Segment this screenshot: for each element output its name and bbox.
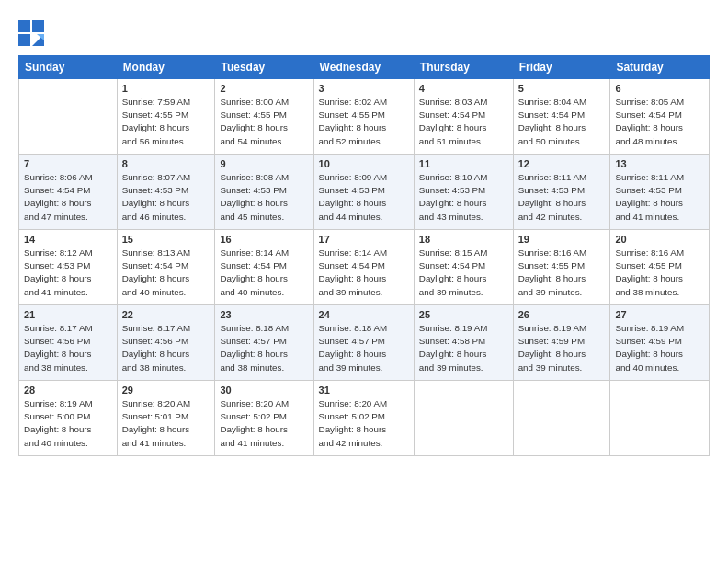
day-number: 11 <box>419 158 508 169</box>
day-number: 26 <box>518 309 606 320</box>
day-number: 13 <box>615 158 704 169</box>
day-cell: 15Sunrise: 8:13 AMSunset: 4:54 PMDayligh… <box>117 230 215 305</box>
day-number: 2 <box>220 83 308 94</box>
day-cell: 21Sunrise: 8:17 AMSunset: 4:56 PMDayligh… <box>19 305 118 381</box>
day-info: Sunrise: 8:11 AMSunset: 4:53 PMDaylight:… <box>615 171 704 224</box>
day-cell: 14Sunrise: 8:12 AMSunset: 4:53 PMDayligh… <box>19 230 118 305</box>
day-number: 4 <box>419 83 508 94</box>
day-cell <box>513 381 610 456</box>
day-info: Sunrise: 8:20 AMSunset: 5:02 PMDaylight:… <box>220 397 308 450</box>
week-row-4: 21Sunrise: 8:17 AMSunset: 4:56 PMDayligh… <box>19 305 710 381</box>
day-cell: 7Sunrise: 8:06 AMSunset: 4:54 PMDaylight… <box>19 155 118 230</box>
day-number: 10 <box>319 158 409 169</box>
day-number: 14 <box>24 234 112 245</box>
day-number: 1 <box>122 83 210 94</box>
day-info: Sunrise: 8:14 AMSunset: 4:54 PMDaylight:… <box>319 247 409 299</box>
day-cell: 30Sunrise: 8:20 AMSunset: 5:02 PMDayligh… <box>215 381 313 456</box>
day-info: Sunrise: 8:19 AMSunset: 5:00 PMDaylight:… <box>24 397 112 450</box>
svg-rect-0 <box>18 20 30 32</box>
day-info: Sunrise: 8:03 AMSunset: 4:54 PMDaylight:… <box>419 96 508 148</box>
day-info: Sunrise: 8:16 AMSunset: 4:55 PMDaylight:… <box>518 247 606 299</box>
day-number: 7 <box>24 158 112 169</box>
header-day-monday: Monday <box>117 56 215 79</box>
day-info: Sunrise: 8:15 AMSunset: 4:54 PMDaylight:… <box>419 247 508 299</box>
week-row-1: 1Sunrise: 7:59 AMSunset: 4:55 PMDaylight… <box>19 79 710 155</box>
day-cell: 18Sunrise: 8:15 AMSunset: 4:54 PMDayligh… <box>414 230 513 305</box>
day-info: Sunrise: 8:19 AMSunset: 4:58 PMDaylight:… <box>419 322 508 374</box>
day-info: Sunrise: 8:20 AMSunset: 5:01 PMDaylight:… <box>122 397 210 450</box>
day-info: Sunrise: 7:59 AMSunset: 4:55 PMDaylight:… <box>122 96 210 148</box>
day-info: Sunrise: 8:19 AMSunset: 4:59 PMDaylight:… <box>518 322 606 374</box>
day-info: Sunrise: 8:06 AMSunset: 4:54 PMDaylight:… <box>24 171 112 224</box>
day-cell: 20Sunrise: 8:16 AMSunset: 4:55 PMDayligh… <box>610 230 710 305</box>
day-cell <box>414 381 513 456</box>
day-number: 30 <box>220 385 308 396</box>
day-info: Sunrise: 8:11 AMSunset: 4:53 PMDaylight:… <box>518 171 606 224</box>
header-day-wednesday: Wednesday <box>313 56 414 79</box>
day-number: 22 <box>122 309 210 320</box>
header-day-thursday: Thursday <box>414 56 513 79</box>
day-number: 3 <box>319 83 409 94</box>
day-number: 31 <box>319 385 409 396</box>
day-info: Sunrise: 8:09 AMSunset: 4:53 PMDaylight:… <box>319 171 409 224</box>
day-cell: 12Sunrise: 8:11 AMSunset: 4:53 PMDayligh… <box>513 155 610 230</box>
day-cell: 2Sunrise: 8:00 AMSunset: 4:55 PMDaylight… <box>215 79 313 155</box>
day-cell: 8Sunrise: 8:07 AMSunset: 4:53 PMDaylight… <box>117 155 215 230</box>
day-info: Sunrise: 8:08 AMSunset: 4:53 PMDaylight:… <box>220 171 308 224</box>
svg-rect-1 <box>32 20 44 32</box>
day-number: 28 <box>24 385 112 396</box>
day-cell: 5Sunrise: 8:04 AMSunset: 4:54 PMDaylight… <box>513 79 610 155</box>
day-cell: 26Sunrise: 8:19 AMSunset: 4:59 PMDayligh… <box>513 305 610 381</box>
day-cell: 6Sunrise: 8:05 AMSunset: 4:54 PMDaylight… <box>610 79 710 155</box>
day-number: 29 <box>122 385 210 396</box>
day-info: Sunrise: 8:14 AMSunset: 4:54 PMDaylight:… <box>220 247 308 299</box>
day-info: Sunrise: 8:12 AMSunset: 4:53 PMDaylight:… <box>24 247 112 299</box>
header-day-sunday: Sunday <box>19 56 118 79</box>
day-cell: 13Sunrise: 8:11 AMSunset: 4:53 PMDayligh… <box>610 155 710 230</box>
day-cell: 9Sunrise: 8:08 AMSunset: 4:53 PMDaylight… <box>215 155 313 230</box>
day-number: 27 <box>615 309 704 320</box>
day-cell: 25Sunrise: 8:19 AMSunset: 4:58 PMDayligh… <box>414 305 513 381</box>
svg-rect-2 <box>18 34 30 46</box>
header-day-saturday: Saturday <box>610 56 710 79</box>
header-day-tuesday: Tuesday <box>215 56 313 79</box>
header <box>18 17 710 46</box>
day-info: Sunrise: 8:18 AMSunset: 4:57 PMDaylight:… <box>220 322 308 374</box>
day-info: Sunrise: 8:07 AMSunset: 4:53 PMDaylight:… <box>122 171 210 224</box>
calendar-table: SundayMondayTuesdayWednesdayThursdayFrid… <box>18 55 710 456</box>
calendar-page: SundayMondayTuesdayWednesdayThursdayFrid… <box>0 0 728 563</box>
logo-icon <box>18 20 44 46</box>
day-number: 8 <box>122 158 210 169</box>
day-cell: 11Sunrise: 8:10 AMSunset: 4:53 PMDayligh… <box>414 155 513 230</box>
day-info: Sunrise: 8:17 AMSunset: 4:56 PMDaylight:… <box>24 322 112 374</box>
day-cell: 17Sunrise: 8:14 AMSunset: 4:54 PMDayligh… <box>313 230 414 305</box>
day-number: 17 <box>319 234 409 245</box>
day-number: 21 <box>24 309 112 320</box>
day-info: Sunrise: 8:05 AMSunset: 4:54 PMDaylight:… <box>615 96 704 148</box>
day-cell: 3Sunrise: 8:02 AMSunset: 4:55 PMDaylight… <box>313 79 414 155</box>
day-number: 25 <box>419 309 508 320</box>
day-number: 18 <box>419 234 508 245</box>
header-row: SundayMondayTuesdayWednesdayThursdayFrid… <box>19 56 710 79</box>
day-info: Sunrise: 8:10 AMSunset: 4:53 PMDaylight:… <box>419 171 508 224</box>
day-cell: 22Sunrise: 8:17 AMSunset: 4:56 PMDayligh… <box>117 305 215 381</box>
day-cell <box>19 79 118 155</box>
day-cell: 1Sunrise: 7:59 AMSunset: 4:55 PMDaylight… <box>117 79 215 155</box>
week-row-3: 14Sunrise: 8:12 AMSunset: 4:53 PMDayligh… <box>19 230 710 305</box>
day-number: 15 <box>122 234 210 245</box>
day-info: Sunrise: 8:17 AMSunset: 4:56 PMDaylight:… <box>122 322 210 374</box>
day-cell: 28Sunrise: 8:19 AMSunset: 5:00 PMDayligh… <box>19 381 118 456</box>
day-cell: 31Sunrise: 8:20 AMSunset: 5:02 PMDayligh… <box>313 381 414 456</box>
header-day-friday: Friday <box>513 56 610 79</box>
day-number: 20 <box>615 234 704 245</box>
day-number: 5 <box>518 83 606 94</box>
day-cell: 16Sunrise: 8:14 AMSunset: 4:54 PMDayligh… <box>215 230 313 305</box>
week-row-5: 28Sunrise: 8:19 AMSunset: 5:00 PMDayligh… <box>19 381 710 456</box>
day-number: 12 <box>518 158 606 169</box>
day-cell: 27Sunrise: 8:19 AMSunset: 4:59 PMDayligh… <box>610 305 710 381</box>
day-number: 6 <box>615 83 704 94</box>
day-cell: 24Sunrise: 8:18 AMSunset: 4:57 PMDayligh… <box>313 305 414 381</box>
day-number: 23 <box>220 309 308 320</box>
day-cell <box>610 381 710 456</box>
day-number: 24 <box>319 309 409 320</box>
